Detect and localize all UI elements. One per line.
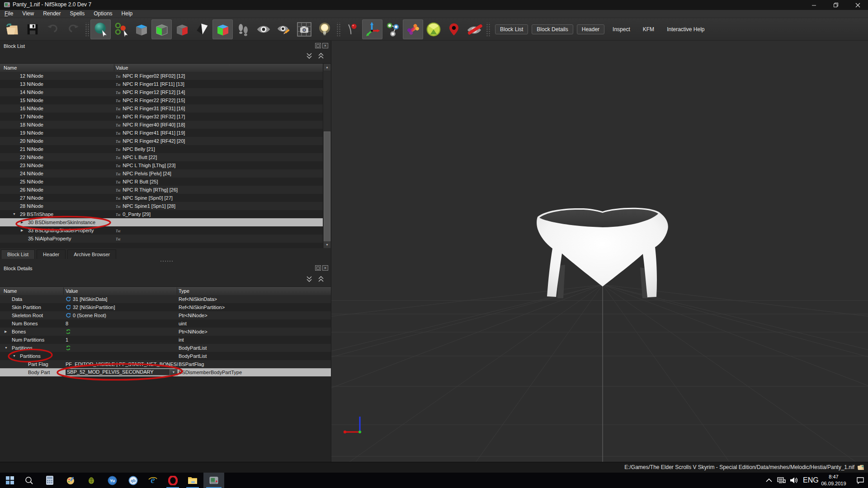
- tray-chevron-icon[interactable]: [765, 473, 773, 488]
- view-top-icon[interactable]: [131, 19, 151, 39]
- flip-normals-icon[interactable]: [192, 19, 212, 39]
- menu-help[interactable]: Help: [117, 10, 137, 18]
- block-list-scrollbar[interactable]: ▲ ▼: [323, 64, 331, 248]
- scroll-up-icon[interactable]: ▲: [324, 64, 330, 70]
- render-viewport[interactable]: [331, 41, 868, 462]
- block-list-row[interactable]: ▼29 BSTriShapeTxt0_Panty [29]: [0, 210, 331, 218]
- select-object-icon[interactable]: [90, 19, 111, 39]
- block-list-row[interactable]: ▶30 BSDismemberSkinInstance: [0, 218, 331, 226]
- vertex-pin-icon[interactable]: [342, 19, 362, 39]
- block-list-row[interactable]: 35 NiAlphaPropertyTxt: [0, 235, 331, 243]
- menu-options[interactable]: Options: [89, 10, 117, 18]
- edit-visibility-icon[interactable]: [274, 19, 294, 39]
- block-list-row[interactable]: 28 NiNodeTxtNPC Spine1 [Spn1] [28]: [0, 202, 331, 210]
- block-details-row[interactable]: Num Partitions1int: [0, 336, 331, 344]
- toolbar-button-inspect[interactable]: Inspect: [608, 25, 635, 34]
- menu-file[interactable]: File: [0, 10, 18, 18]
- column-header-name[interactable]: Name: [4, 64, 17, 72]
- clock[interactable]: 8:47 06.09.2019: [817, 474, 850, 487]
- show-axes-icon[interactable]: [362, 19, 382, 39]
- restore-button[interactable]: [826, 0, 846, 10]
- walk-mode-icon[interactable]: [233, 19, 253, 39]
- hide-overlay-icon[interactable]: [464, 19, 484, 39]
- column-header-name[interactable]: Name: [4, 287, 17, 295]
- block-details-row[interactable]: Part FlagPF_EDITOR_VISIBLE | PF_START_NE…: [0, 360, 331, 368]
- block-list-row[interactable]: 18 NiNodeTxtNPC R Finger40 [RF40] [18]: [0, 121, 331, 129]
- save-file-icon[interactable]: [22, 19, 42, 39]
- expand-all-icon[interactable]: [317, 52, 325, 59]
- block-details-row[interactable]: Data31 [NiSkinData]Ref<NiSkinData>: [0, 295, 331, 303]
- tab-archive-browser[interactable]: Archive Browser: [67, 249, 116, 259]
- block-details-row[interactable]: Num Bones8uint: [0, 319, 331, 328]
- block-list-row[interactable]: 17 NiNodeTxtNPC R Finger32 [RF32] [17]: [0, 113, 331, 121]
- notification-center-icon[interactable]: [856, 473, 864, 488]
- calculator-icon[interactable]: [41, 473, 59, 488]
- block-details-row[interactable]: ▼PartitionsBodyPartList: [0, 344, 331, 352]
- block-list-row[interactable]: 14 NiNodeTxtNPC R Finger12 [RF12] [14]: [0, 88, 331, 96]
- lighting-icon[interactable]: [314, 19, 335, 39]
- minimize-button[interactable]: [804, 0, 824, 10]
- block-list-row[interactable]: 16 NiNodeTxtNPC R Finger31 [RF31] [16]: [0, 104, 331, 113]
- bug-app-icon[interactable]: [82, 473, 100, 488]
- block-list-row[interactable]: ▶33 BSLightingShaderPropertyTxt: [0, 226, 331, 235]
- toolbar-grip[interactable]: [486, 23, 490, 36]
- block-list-row[interactable]: 21 NiNodeTxtNPC Belly [21]: [0, 145, 331, 153]
- yuplay-icon[interactable]: Yu: [103, 473, 121, 488]
- scrollbar-thumb[interactable]: [324, 131, 330, 242]
- block-details-row[interactable]: ▶BonesPtr<NiNode>: [0, 328, 331, 336]
- collapse-all-icon[interactable]: [306, 52, 313, 59]
- menu-spells[interactable]: Spells: [66, 10, 90, 18]
- block-list-row[interactable]: 13 NiNodeTxtNPC R Finger11 [RF11] [13]: [0, 80, 331, 88]
- language-indicator[interactable]: ENG: [803, 473, 819, 488]
- column-header-value[interactable]: Value: [66, 287, 78, 295]
- combobox-dropdown-icon[interactable]: ▼: [170, 369, 177, 375]
- float-panel-icon[interactable]: [315, 265, 321, 271]
- block-list-row[interactable]: 25 NiNodeTxtNPC R Butt [25]: [0, 178, 331, 186]
- block-list-row[interactable]: 15 NiNodeTxtNPC R Finger22 [RF22] [15]: [0, 96, 331, 104]
- block-list-row[interactable]: 20 NiNodeTxtNPC R Finger42 [RF42] [20]: [0, 137, 331, 145]
- block-details-row[interactable]: Skin Partition32 [NiSkinPartition]Ref<Ni…: [0, 303, 331, 311]
- paint-icon[interactable]: [61, 473, 80, 488]
- toolbar-button-block-details[interactable]: Block Details: [532, 24, 573, 34]
- animation-timer-icon[interactable]: [423, 19, 443, 39]
- opera-icon[interactable]: [164, 473, 182, 488]
- column-header-value[interactable]: Value: [116, 64, 128, 72]
- select-vertex-icon[interactable]: [111, 19, 131, 39]
- nifskope-taskbar-icon[interactable]: [203, 473, 224, 488]
- view-perspective-icon[interactable]: [212, 19, 233, 39]
- block-list-row[interactable]: 12 NiNodeTxtNPC R Finger02 [RF02] [12]: [0, 72, 331, 80]
- block-list-row[interactable]: 24 NiNodeTxtNPC Pelvis [Pelv] [24]: [0, 169, 331, 178]
- expand-all-icon[interactable]: [317, 276, 325, 282]
- toolbar-button-header[interactable]: Header: [577, 24, 604, 34]
- scroll-down-icon[interactable]: ▼: [324, 241, 330, 248]
- block-list-row[interactable]: 26 NiNodeTxtNPC R Thigh [RThg] [26]: [0, 186, 331, 194]
- open-file-icon[interactable]: [2, 19, 22, 39]
- screenshot-icon[interactable]: [294, 19, 314, 39]
- menu-view[interactable]: View: [18, 10, 38, 18]
- toolbar-button-interactive-help[interactable]: Interactive Help: [662, 25, 709, 34]
- collapse-all-icon[interactable]: [306, 276, 313, 282]
- view-front-icon[interactable]: [151, 19, 172, 39]
- block-list-row[interactable]: 22 NiNodeTxtNPC L Butt [22]: [0, 153, 331, 161]
- view-side-icon[interactable]: [172, 19, 192, 39]
- redo-icon[interactable]: [63, 19, 83, 39]
- viewport-canvas[interactable]: [331, 41, 868, 462]
- show-nodes-icon[interactable]: [382, 19, 403, 39]
- show-markers-icon[interactable]: [443, 19, 464, 39]
- toolbar-grip[interactable]: [85, 23, 89, 36]
- tab-header[interactable]: Header: [37, 249, 66, 259]
- body-part-combobox[interactable]: SBP_52_MOD_PELVIS_SECONDARY▼: [66, 369, 178, 375]
- column-header-type[interactable]: Type: [179, 287, 189, 295]
- menu-render[interactable]: Render: [38, 10, 65, 18]
- show-hidden-icon[interactable]: [253, 19, 274, 39]
- block-details-row[interactable]: Skeleton Root0 (Scene Root)Ptr<NiNode>: [0, 311, 331, 319]
- block-list-row[interactable]: 19 NiNodeTxtNPC R Finger41 [RF41] [19]: [0, 129, 331, 137]
- float-panel-icon[interactable]: [315, 43, 321, 48]
- network-icon[interactable]: [777, 473, 786, 488]
- block-list-row[interactable]: 27 NiNodeTxtNPC Spine [Spn0] [27]: [0, 194, 331, 202]
- internet-explorer-icon[interactable]: e: [144, 473, 162, 488]
- start-button[interactable]: [1, 473, 19, 488]
- volume-icon[interactable]: [789, 473, 798, 488]
- file-explorer-icon[interactable]: [184, 473, 202, 488]
- toolbar-button-kfm[interactable]: KFM: [638, 25, 659, 34]
